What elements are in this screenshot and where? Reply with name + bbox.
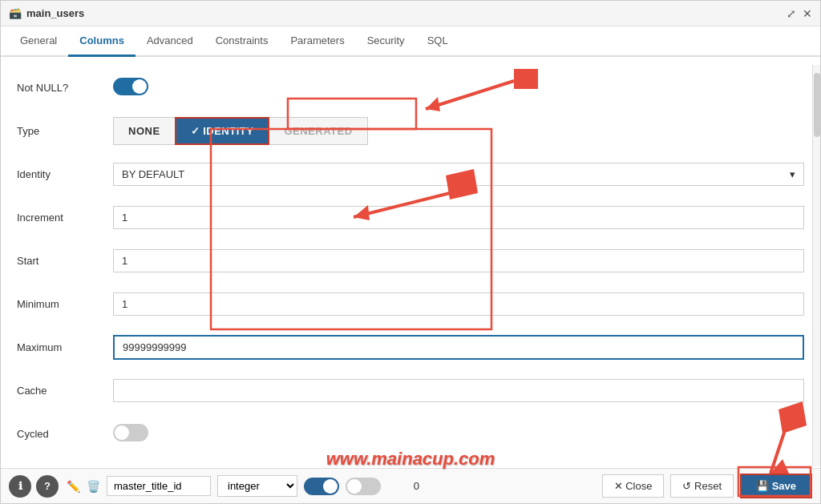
info-button[interactable]: ℹ bbox=[9, 475, 31, 498]
scrollbar[interactable] bbox=[812, 65, 820, 466]
row-toggle1[interactable] bbox=[304, 478, 339, 495]
tabs: General Columns Advanced Constraints Par… bbox=[1, 26, 820, 57]
help-button[interactable]: ? bbox=[36, 475, 59, 498]
increment-label: Increment bbox=[17, 212, 113, 224]
cache-label: Cache bbox=[17, 385, 113, 397]
not-null-control bbox=[113, 78, 804, 98]
tab-advanced[interactable]: Advanced bbox=[135, 26, 204, 57]
start-row: Start bbox=[17, 246, 804, 275]
form-content: Not NULL? Type NONE ✓ IDENTITY GENERATED bbox=[1, 57, 820, 468]
bottom-right: ✕ Close ↺ Reset 💾 Save bbox=[602, 474, 812, 498]
not-null-slider bbox=[113, 78, 148, 95]
cycled-label: Cycled bbox=[17, 428, 113, 440]
tab-columns[interactable]: Columns bbox=[68, 26, 135, 57]
cache-control bbox=[113, 379, 804, 402]
row-field-type[interactable]: integer bbox=[217, 475, 297, 497]
tab-constraints[interactable]: Constraints bbox=[204, 26, 280, 57]
not-null-row: Not NULL? bbox=[17, 73, 804, 102]
minimum-control bbox=[113, 292, 804, 316]
maximize-icon[interactable]: ⤢ bbox=[787, 7, 796, 20]
minimum-row: Minimum bbox=[17, 289, 804, 318]
save-button[interactable]: 💾 Save bbox=[740, 474, 812, 498]
type-row: Type NONE ✓ IDENTITY GENERATED bbox=[17, 116, 804, 145]
window-icon: 🗃️ bbox=[9, 7, 22, 19]
title-bar-controls: ⤢ ✕ bbox=[787, 7, 812, 20]
row-number: 0 bbox=[387, 480, 419, 492]
type-generated-button[interactable]: GENERATED bbox=[269, 117, 367, 145]
not-null-label: Not NULL? bbox=[17, 82, 113, 94]
type-control: NONE ✓ IDENTITY GENERATED bbox=[113, 117, 804, 145]
type-button-group: NONE ✓ IDENTITY GENERATED bbox=[113, 117, 804, 145]
cache-row: Cache bbox=[17, 376, 804, 405]
start-label: Start bbox=[17, 255, 113, 267]
cache-input[interactable] bbox=[113, 379, 804, 402]
delete-row-icon[interactable]: 🗑️ bbox=[87, 480, 100, 493]
identity-select[interactable]: BY DEFAULT ▾ bbox=[113, 163, 804, 186]
tab-security[interactable]: Security bbox=[356, 26, 416, 57]
row-toggle2[interactable] bbox=[346, 478, 381, 495]
reset-button[interactable]: ↺ Reset bbox=[670, 474, 734, 498]
tab-parameters[interactable]: Parameters bbox=[279, 26, 355, 57]
window-title-group: 🗃️ main_users bbox=[9, 7, 84, 19]
scrollbar-thumb[interactable] bbox=[814, 73, 820, 137]
increment-row: Increment bbox=[17, 203, 804, 232]
maximum-label: Maximum bbox=[17, 341, 113, 353]
cycled-row: Cycled bbox=[17, 419, 804, 448]
cycled-slider bbox=[113, 424, 148, 442]
close-icon[interactable]: ✕ bbox=[803, 7, 812, 20]
start-input[interactable] bbox=[113, 249, 804, 272]
minimum-label: Minimum bbox=[17, 298, 113, 310]
increment-input[interactable] bbox=[113, 206, 804, 229]
identity-label: Identity bbox=[17, 168, 113, 180]
not-null-toggle[interactable] bbox=[113, 78, 148, 95]
row-toggle1-slider bbox=[304, 478, 339, 495]
identity-value: BY DEFAULT bbox=[122, 168, 184, 180]
start-control bbox=[113, 249, 804, 272]
window-title: main_users bbox=[26, 7, 84, 19]
maximum-input[interactable] bbox=[113, 335, 804, 360]
maximum-row: Maximum bbox=[17, 333, 804, 361]
watermark: www.mainacup.com bbox=[326, 449, 495, 470]
close-button[interactable]: ✕ Close bbox=[602, 474, 665, 498]
row-field-name[interactable] bbox=[107, 476, 211, 496]
tab-sql[interactable]: SQL bbox=[416, 26, 459, 57]
bottom-bar: ℹ ? ✏️ 🗑️ integer 0 ✕ Close ↺ Reset 💾 Sa… bbox=[1, 468, 820, 503]
edit-row-icon[interactable]: ✏️ bbox=[67, 480, 80, 493]
type-label: Type bbox=[17, 125, 113, 137]
bottom-left: ℹ ? bbox=[9, 475, 59, 498]
title-bar: 🗃️ main_users ⤢ ✕ bbox=[1, 1, 820, 26]
row-toggle2-slider bbox=[346, 478, 381, 495]
type-identity-button[interactable]: ✓ IDENTITY bbox=[175, 117, 270, 145]
increment-control bbox=[113, 206, 804, 229]
maximum-control bbox=[113, 335, 804, 360]
type-none-button[interactable]: NONE bbox=[113, 117, 175, 145]
minimum-input[interactable] bbox=[113, 292, 804, 316]
row-editor: ✏️ 🗑️ integer 0 bbox=[59, 475, 602, 497]
identity-control: BY DEFAULT ▾ bbox=[113, 163, 804, 186]
tab-general[interactable]: General bbox=[9, 26, 68, 57]
cycled-toggle[interactable] bbox=[113, 424, 148, 442]
identity-chevron-icon: ▾ bbox=[790, 168, 795, 180]
cycled-control bbox=[113, 424, 804, 444]
identity-row: Identity BY DEFAULT ▾ bbox=[17, 159, 804, 188]
